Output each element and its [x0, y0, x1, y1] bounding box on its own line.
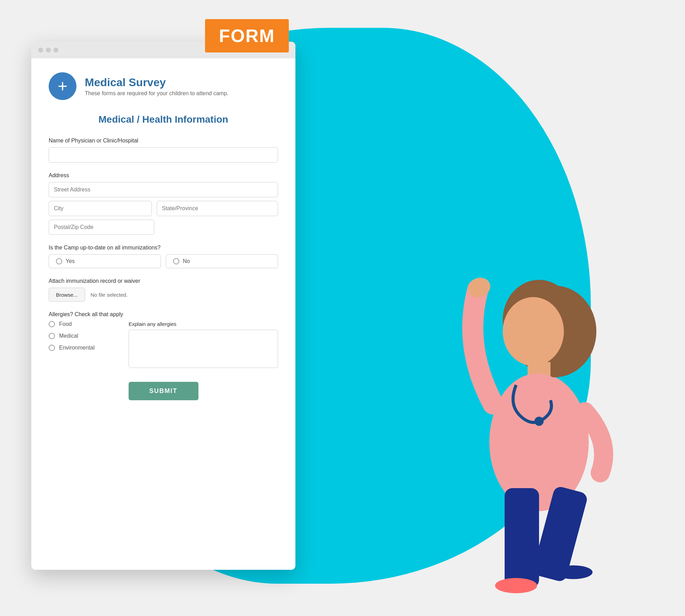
checkboxes-col: Food Medical Environmental	[49, 321, 118, 369]
food-checkbox[interactable]: Food	[49, 321, 118, 327]
immunization-field-group: Is the Camp up-to-date on all immunizati…	[49, 245, 278, 268]
allergies-row: Food Medical Environmental Explain any a…	[49, 321, 278, 369]
yes-radio[interactable]	[56, 258, 62, 264]
browser-dot-3	[54, 48, 58, 52]
form-title-block: Medical Survey These forms are required …	[85, 76, 229, 97]
immunization-label: Is the Camp up-to-date on all immunizati…	[49, 245, 278, 251]
form-header: Medical Survey These forms are required …	[49, 72, 278, 100]
form-title: Medical Survey	[85, 76, 229, 89]
environmental-checkbox[interactable]: Environmental	[49, 345, 118, 351]
file-upload-row: Browse... No file selected.	[49, 288, 278, 302]
city-input[interactable]	[49, 201, 152, 216]
allergies-field-group: Allergies? Check all that apply Food Med…	[49, 311, 278, 369]
postal-input[interactable]	[49, 220, 154, 235]
nurse-illustration	[421, 213, 657, 595]
section-title: Medical / Health Information	[49, 114, 278, 125]
yes-option[interactable]: Yes	[49, 254, 161, 268]
svg-point-6	[491, 373, 583, 496]
form-card: Medical Survey These forms are required …	[31, 42, 295, 570]
address-field-group: Address	[49, 172, 278, 235]
submit-button[interactable]: SUBMIT	[129, 382, 198, 400]
browser-dot-1	[38, 48, 43, 52]
svg-point-11	[554, 565, 593, 579]
browser-dot-2	[46, 48, 51, 52]
no-file-text: No file selected.	[91, 292, 128, 298]
form-subtitle: These forms are required for your childr…	[85, 90, 229, 97]
svg-rect-8	[505, 488, 539, 588]
food-label: Food	[59, 321, 72, 327]
form-content: Medical Survey These forms are required …	[31, 58, 295, 414]
city-state-row	[49, 201, 278, 216]
food-circle[interactable]	[49, 321, 55, 327]
street-input[interactable]	[49, 182, 278, 197]
attach-label: Attach immunization record or waiver	[49, 278, 278, 284]
immunization-radio-group: Yes No	[49, 254, 278, 268]
physician-field-group: Name of Physician or Clinic/Hospital	[49, 138, 278, 163]
plus-icon	[49, 72, 76, 100]
browse-button[interactable]: Browse...	[49, 288, 85, 302]
yes-label: Yes	[66, 258, 75, 264]
svg-point-7	[535, 417, 544, 426]
physician-input[interactable]	[49, 147, 278, 163]
explain-col: Explain any allergies	[129, 321, 278, 369]
medical-label: Medical	[59, 333, 78, 339]
attach-field-group: Attach immunization record or waiver Bro…	[49, 278, 278, 302]
submit-row: SUBMIT	[49, 382, 278, 400]
state-input[interactable]	[157, 201, 278, 216]
explain-label: Explain any allergies	[129, 321, 278, 327]
medical-checkbox[interactable]: Medical	[49, 333, 118, 339]
no-option[interactable]: No	[166, 254, 278, 268]
svg-point-10	[495, 578, 537, 593]
environmental-label: Environmental	[59, 345, 95, 351]
explain-textarea[interactable]	[129, 330, 278, 368]
physician-label: Name of Physician or Clinic/Hospital	[49, 138, 278, 144]
nurse-svg	[421, 213, 657, 595]
svg-point-4	[503, 297, 564, 366]
allergies-label: Allergies? Check all that apply	[49, 311, 278, 318]
no-label: No	[183, 258, 190, 264]
environmental-circle[interactable]	[49, 345, 55, 351]
form-badge: FORM	[205, 19, 289, 52]
address-label: Address	[49, 172, 278, 179]
no-radio[interactable]	[173, 258, 179, 264]
medical-circle[interactable]	[49, 333, 55, 339]
